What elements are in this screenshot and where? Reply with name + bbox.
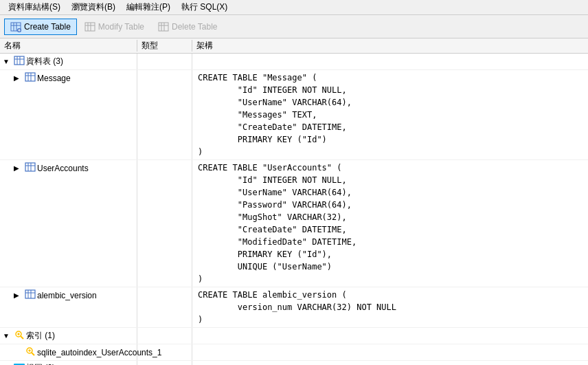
useraccounts-arrow-icon[interactable]: ▶ [14,164,23,172]
autoindex-name-cell[interactable]: sqlite_autoindex_UserAccounts_1 [0,344,137,360]
index-row-autoindex[interactable]: sqlite_autoindex_UserAccounts_1 [0,344,588,361]
message-schema-cell: CREATE TABLE "Message" ( "Id" INTEGER NO… [192,70,588,159]
group-tables-name[interactable]: ▼ 資料表 (3) [0,54,137,69]
menu-edit[interactable]: 編輯雜注(P) [121,0,176,14]
group-indexes-name[interactable]: ▼ 索引 (1) [0,328,137,344]
alembic-table-icon [25,289,36,302]
modify-table-button[interactable]: Modify Table [78,19,150,35]
svg-rect-11 [159,23,168,31]
group-indexes: ▼ 索引 (1) [0,328,588,344]
indexes-group-label: 索引 (1) [26,330,55,342]
menubar: 資料庫結構(S) 瀏覽資料(B) 編輯雜注(P) 執行 SQL(X) [0,0,588,15]
toolbar: Create Table Modify Table Delete Table [0,15,588,38]
svg-rect-23 [25,163,35,171]
col-header-name: 名稱 [0,40,137,52]
table-row-useraccounts[interactable]: ▶ UserAccounts CREATE TABLE "UserAccount… [0,160,588,287]
col-header-type: 類型 [137,40,192,52]
create-table-button[interactable]: Create Table [4,19,77,35]
message-arrow-icon[interactable]: ▶ [14,74,23,82]
useraccounts-schema-cell: CREATE TABLE "UserAccounts" ( "Id" INTEG… [192,160,588,287]
svg-rect-7 [85,23,95,31]
menu-sql[interactable]: 執行 SQL(X) [176,0,233,14]
message-name-cell[interactable]: ▶ Message [0,70,137,159]
group-tables: ▼ 資料表 (3) [0,54,588,70]
alembic-label: alembic_version [37,291,97,300]
alembic-name-cell[interactable]: ▶ alembic_version [0,287,137,327]
group-views-name[interactable]: 視圖 (0) [0,361,137,365]
svg-rect-19 [25,73,35,81]
alembic-schema-cell: CREATE TABLE alembic_version ( version_n… [192,287,588,327]
table-row-message[interactable]: ▶ Message CREATE TABLE "Message" ( "Id" … [0,70,588,160]
menu-structure[interactable]: 資料庫結構(S) [3,0,66,14]
useraccounts-name-cell[interactable]: ▶ UserAccounts [0,160,137,287]
delete-table-label: Delete Table [172,22,218,32]
group-tables-schema [192,54,588,69]
svg-line-32 [21,336,23,339]
message-type-cell [137,70,192,159]
alembic-arrow-icon[interactable]: ▶ [14,291,23,299]
grid-header: 名稱 類型 架構 [0,38,588,54]
tables-arrow-icon[interactable]: ▼ [3,58,12,65]
modify-table-label: Modify Table [98,22,144,32]
group-tables-type [137,54,192,69]
group-views: 視圖 (0) [0,361,588,365]
menu-browse[interactable]: 瀏覽資料(B) [66,0,121,14]
grid-body: ▼ 資料表 (3) ▶ [0,54,588,365]
svg-line-34 [32,353,34,355]
useraccounts-label: UserAccounts [37,164,89,173]
modify-table-icon [84,21,95,32]
indexes-arrow-icon[interactable]: ▼ [3,332,12,340]
create-table-label: Create Table [24,22,71,32]
create-table-icon [10,21,21,32]
svg-rect-15 [14,56,24,65]
message-label: Message [37,74,71,83]
group-indexes-type [137,328,192,344]
useraccounts-type-cell [137,160,192,287]
col-header-schema: 架構 [192,40,588,52]
tables-group-label: 資料表 (3) [26,56,63,67]
svg-rect-27 [25,290,35,298]
delete-table-icon [158,21,169,32]
alembic-type-cell [137,287,192,327]
autoindex-schema-cell [192,344,588,360]
useraccounts-table-icon [25,162,36,175]
table-row-alembic[interactable]: ▶ alembic_version CREATE TABLE alembic_v… [0,287,588,328]
autoindex-icon [25,346,36,359]
message-table-icon [25,71,36,85]
autoindex-type-cell [137,344,192,360]
group-indexes-schema [192,328,588,344]
indexes-group-icon [14,329,25,342]
views-group-label: 視圖 (0) [26,362,55,365]
group-views-type [137,361,192,365]
group-views-schema [192,361,588,365]
delete-table-button[interactable]: Delete Table [152,19,224,35]
tables-group-icon [14,55,25,68]
content-area: 名稱 類型 架構 ▼ 資料表 (3) [0,38,588,365]
